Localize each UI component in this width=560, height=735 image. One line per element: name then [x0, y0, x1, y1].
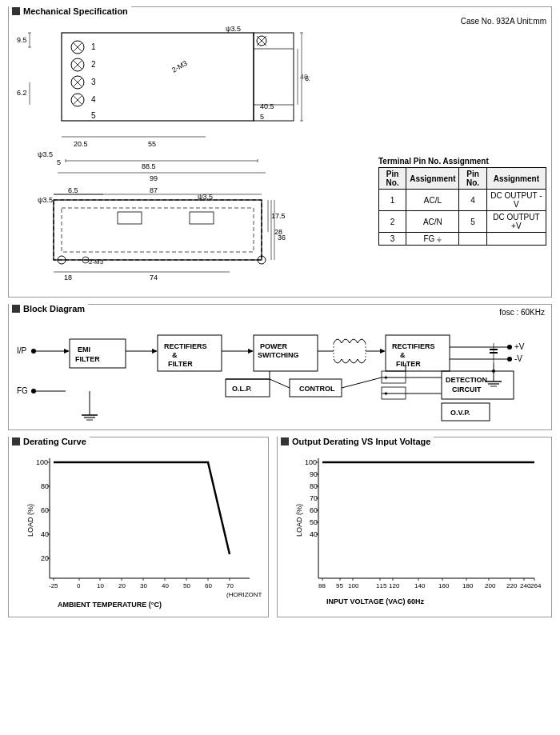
svg-text:50: 50	[183, 582, 190, 589]
svg-rect-59	[118, 212, 142, 224]
svg-text:20.5: 20.5	[74, 140, 88, 148]
svg-text:INPUT VOLTAGE (VAC) 60Hz: INPUT VOLTAGE (VAC) 60Hz	[326, 597, 425, 605]
svg-text:-V: -V	[514, 354, 522, 363]
svg-text:CONTROL: CONTROL	[299, 385, 335, 393]
svg-text:+V: +V	[514, 342, 525, 351]
svg-text:CIRCUIT: CIRCUIT	[452, 385, 482, 393]
output-derating-title: Output Derating VS Input Voltage	[278, 437, 434, 446]
svg-text:100: 100	[305, 458, 317, 466]
terminal-cell	[486, 233, 546, 246]
svg-text:115: 115	[376, 582, 387, 589]
svg-text:74: 74	[150, 274, 158, 282]
output-derating-content: LOAD (%) 100 90 80 70 60 50	[282, 441, 546, 612]
svg-text:3: 3	[91, 78, 96, 86]
svg-rect-60	[190, 212, 214, 224]
svg-point-77	[31, 349, 36, 354]
svg-text:2-M3: 2-M3	[89, 258, 104, 266]
svg-rect-54	[62, 208, 254, 252]
svg-text:60: 60	[205, 582, 212, 589]
svg-rect-0	[62, 33, 254, 121]
svg-text:FG: FG	[17, 386, 28, 395]
svg-text:17.5: 17.5	[271, 212, 286, 220]
svg-text:40.5: 40.5	[260, 102, 274, 110]
terminal-cell: AC/L	[406, 190, 459, 211]
svg-text:36: 36	[278, 234, 286, 242]
svg-text:&: &	[172, 351, 178, 359]
svg-text:80: 80	[41, 482, 49, 490]
col-pin2: Pin No.	[459, 168, 486, 190]
terminal-cell: DC OUTPUT -V	[486, 190, 546, 211]
derating-curve-section: Derating Curve LOAD (%) 100 80 60	[8, 437, 269, 617]
svg-text:95: 95	[336, 582, 343, 589]
svg-text:EMI: EMI	[78, 346, 90, 354]
svg-point-82	[31, 389, 36, 393]
mechanical-drawings: 1 2 3 4 5 2-M3 ψ3.5	[14, 17, 378, 292]
svg-text:1: 1	[91, 42, 96, 51]
terminal-cell: 5	[459, 211, 486, 233]
derating-curve-title: Derating Curve	[9, 437, 90, 446]
svg-text:&: &	[400, 351, 406, 359]
mechanical-section: Mechanical Specification	[8, 6, 552, 298]
svg-text:88: 88	[318, 582, 326, 589]
svg-rect-53	[54, 200, 262, 260]
terminal-cell	[459, 233, 486, 246]
output-derating-section: Output Derating VS Input Voltage LOAD (%…	[277, 437, 552, 617]
block-diagram-section: Block Diagram fosc : 60KHz I/P FG	[8, 304, 552, 430]
output-derating-title-text: Output Derating VS Input Voltage	[292, 437, 430, 446]
svg-point-143	[492, 369, 495, 373]
top-view-svg: 1 2 3 4 5 2-M3 ψ3.5	[14, 17, 310, 185]
svg-text:30: 30	[140, 582, 147, 589]
svg-text:100: 100	[36, 458, 48, 466]
svg-text:240: 240	[520, 582, 531, 589]
terminal-title: Terminal Pin No. Assignment	[378, 157, 546, 166]
svg-text:-25: -25	[49, 582, 58, 589]
terminal-cell: 4	[459, 190, 486, 211]
derating-svg: LOAD (%) 100 80 60 40 20	[14, 450, 262, 610]
col-pin1: Pin No.	[379, 168, 406, 190]
col-assign1: Assignment	[406, 168, 459, 190]
right-panel: Case No. 932A Unit:mm Terminal Pin No. A…	[378, 17, 546, 292]
svg-text:DETECTION: DETECTION	[446, 376, 487, 384]
terminal-cell: 1	[379, 190, 406, 211]
svg-text:2-M3: 2-M3	[170, 59, 189, 74]
svg-text:40: 40	[162, 582, 169, 589]
svg-text:(HORIZONTAL): (HORIZONTAL)	[226, 591, 262, 598]
svg-text:SWITCHING: SWITCHING	[258, 351, 299, 359]
block-diagram-svg: I/P FG EMI FILTER	[14, 319, 550, 423]
case-info: Case No. 932A Unit:mm	[378, 17, 546, 26]
terminal-cell: 2	[379, 211, 406, 233]
derating-icon	[12, 437, 20, 445]
svg-text:160: 160	[438, 582, 450, 589]
fosc-label: fosc : 60KHz	[499, 308, 545, 317]
terminal-table: Pin No. Assignment Pin No. Assignment 1A…	[378, 167, 546, 246]
svg-rect-90	[70, 339, 126, 368]
svg-text:O.L.P.: O.L.P.	[232, 385, 252, 393]
svg-text:264: 264	[530, 582, 542, 589]
svg-text:ψ3.5: ψ3.5	[38, 196, 53, 204]
svg-text:5: 5	[260, 113, 264, 121]
svg-text:140: 140	[414, 582, 426, 589]
svg-marker-108	[380, 349, 386, 354]
terminal-cell: DC OUTPUT +V	[486, 211, 546, 233]
svg-text:ψ3.5: ψ3.5	[198, 193, 213, 201]
svg-marker-94	[152, 349, 158, 354]
svg-text:POWER: POWER	[260, 342, 288, 350]
svg-text:LOAD (%): LOAD (%)	[295, 504, 303, 537]
svg-point-114	[507, 345, 512, 350]
svg-line-138	[342, 377, 382, 388]
svg-line-137	[270, 379, 290, 388]
terminal-cell: 3	[379, 233, 406, 246]
block-diagram-content: fosc : 60KHz I/P FG	[14, 308, 546, 425]
svg-text:40: 40	[310, 530, 318, 538]
svg-text:2: 2	[91, 60, 96, 69]
svg-text:100: 100	[348, 582, 359, 589]
svg-text:FILTER: FILTER	[396, 360, 421, 368]
svg-point-117	[507, 357, 512, 362]
svg-text:80: 80	[310, 482, 318, 490]
svg-text:O.V.P.: O.V.P.	[450, 409, 470, 417]
svg-text:18: 18	[64, 274, 72, 282]
svg-text:60: 60	[41, 506, 49, 514]
svg-text:9.5: 9.5	[17, 36, 27, 44]
svg-text:0: 0	[77, 582, 81, 589]
svg-text:5: 5	[57, 158, 61, 166]
